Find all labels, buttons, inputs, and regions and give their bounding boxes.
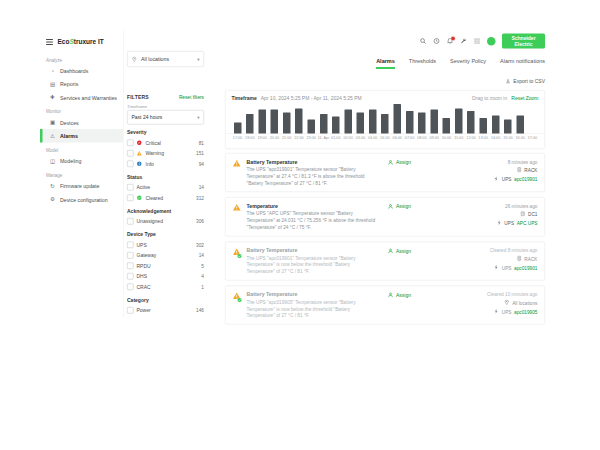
checkbox[interactable]: [127, 273, 134, 280]
chart-tick-label: 11:00: [453, 135, 465, 140]
filter-option-critical[interactable]: Critical81: [127, 138, 204, 149]
chart-tick-label: 02:00: [342, 135, 354, 140]
dashboards-icon: ◔: [49, 68, 56, 74]
sidebar-item-modeling[interactable]: ◫Modeling: [40, 154, 123, 168]
tab-severity-policy[interactable]: Severity Policy: [450, 58, 486, 70]
assign-button[interactable]: Assign: [388, 247, 458, 275]
chart-bar-slot: [477, 103, 489, 134]
chart-tick-label: 15:00: [502, 135, 514, 140]
export-to-csv-button[interactable]: Export to CSV: [505, 78, 545, 84]
chart-tick-label: 16:00: [514, 135, 526, 140]
user-avatar[interactable]: [487, 37, 496, 46]
apps-grid-icon[interactable]: [474, 38, 481, 45]
device-configuration-icon: ⚙: [49, 196, 56, 203]
chart-bar: [369, 110, 377, 134]
assign-button[interactable]: Assign: [388, 159, 458, 187]
notification-badge: [451, 36, 456, 41]
checkbox[interactable]: [127, 184, 134, 191]
chart-tick-label: 13:00: [477, 135, 489, 140]
chart-bar-slot: [526, 103, 538, 134]
checkbox[interactable]: [127, 218, 134, 225]
search-icon[interactable]: [420, 38, 427, 45]
chart-tick-label: 20:00: [268, 135, 280, 140]
alarm-histogram[interactable]: [226, 103, 545, 135]
checkbox[interactable]: [127, 263, 134, 270]
checkbox[interactable]: [127, 195, 134, 202]
checkbox[interactable]: [127, 252, 134, 259]
alarm-summary: Battery TemperatureThe UPS "apc019901" T…: [233, 159, 383, 187]
tab-alarms[interactable]: Alarms: [376, 58, 395, 70]
info-icon: [137, 161, 143, 167]
filter-option-label: Active: [137, 185, 196, 191]
checkbox[interactable]: [127, 284, 134, 291]
alarm-device-link[interactable]: apc019901: [514, 265, 538, 271]
filter-option-label: Gateway: [137, 253, 196, 259]
timeframe-select[interactable]: Past 24 hours ▾: [127, 110, 204, 125]
alarm-title: Battery Temperature: [247, 159, 378, 165]
chart-bar-slot: [502, 103, 514, 134]
notifications-bell-icon[interactable]: [447, 38, 454, 45]
filter-option-label: Warning: [146, 151, 194, 157]
alarm-device-link[interactable]: apc019905: [514, 309, 538, 315]
alarm-device-link[interactable]: apc019901: [514, 177, 538, 183]
sidebar-item-reports[interactable]: ▤Reports: [40, 77, 123, 91]
filter-option-count: 94: [199, 161, 204, 167]
alarm-device-type: UPS: [502, 177, 512, 183]
filter-option-crac[interactable]: CRAC1: [127, 282, 204, 293]
app-logo: EcoStruxure IT: [40, 30, 123, 53]
alarm-text: Battery TemperatureThe UPS "apc019905" T…: [247, 291, 378, 319]
chart-tick-label: 22:00: [293, 135, 305, 140]
filter-option-info[interactable]: Info94: [127, 159, 204, 170]
filter-option-gateway[interactable]: Gateway14: [127, 250, 204, 261]
menu-hamburger-icon[interactable]: [46, 39, 53, 45]
location-filter-dropdown[interactable]: All locations ▾: [127, 51, 204, 67]
chart-bar: [381, 114, 389, 134]
alarm-title: Temperature: [247, 203, 378, 209]
filter-option-ups[interactable]: UPS302: [127, 240, 204, 251]
filter-option-count: 14: [199, 253, 204, 259]
alarm-text: TemperatureThe UPS "APC UPS" Temperature…: [247, 203, 378, 231]
reset-filters-link[interactable]: Reset filters: [179, 94, 204, 100]
filter-group-label: Status: [127, 174, 204, 180]
checkbox[interactable]: [127, 307, 134, 314]
chart-tick-label: 14:00: [490, 135, 502, 140]
sidebar-item-services-and-warranties[interactable]: ✚Services and Warranties: [40, 91, 123, 105]
chart-bar: [467, 111, 475, 133]
tools-icon[interactable]: [460, 38, 467, 45]
alarm-device: UPSAPC UPS: [496, 220, 537, 227]
sidebar-item-dashboards[interactable]: ◔Dashboards: [40, 64, 123, 77]
filter-option-dhs[interactable]: DHS4: [127, 271, 204, 282]
sidebar-item-device-configuration[interactable]: ⚙Device configuration: [40, 193, 123, 207]
filter-option-power[interactable]: Power146: [127, 305, 204, 316]
sidebar-item-devices[interactable]: ▣Devices: [40, 116, 123, 130]
tab-alarm-notifications[interactable]: Alarm notifications: [500, 58, 545, 70]
chart-bar: [516, 115, 524, 133]
alarm-location-label: All locations: [512, 300, 537, 306]
checkbox[interactable]: [127, 150, 134, 157]
checkbox[interactable]: [127, 161, 134, 168]
reset-zoom-link[interactable]: Reset Zoom: [511, 95, 538, 101]
sidebar-item-label: Dashboards: [60, 68, 88, 74]
sidebar-item-firmware-update[interactable]: ↻Firmware update: [40, 179, 123, 193]
filter-option-warning[interactable]: Warning151: [127, 148, 204, 159]
filter-option-rpdu[interactable]: RPDU5: [127, 261, 204, 272]
filter-option-cleared[interactable]: Cleared312: [127, 193, 204, 204]
alarm-device-link[interactable]: APC UPS: [517, 221, 538, 227]
assign-button[interactable]: Assign: [388, 291, 458, 319]
chart-bar: [443, 118, 451, 133]
chart-bar: [258, 110, 266, 134]
chart-bar: [394, 104, 402, 133]
sidebar-item-alarms[interactable]: ⚠Alarms: [40, 129, 123, 143]
alarm-meta: Cleared 10 minutes agoAll locationsUPSap…: [463, 291, 538, 319]
sidebar-item-label: Device configuration: [60, 196, 108, 202]
assign-button[interactable]: Assign: [388, 203, 458, 231]
checkbox[interactable]: [127, 242, 134, 249]
chart-tick-label: 05:00: [379, 135, 391, 140]
download-icon: [505, 78, 511, 84]
tab-thresholds[interactable]: Thresholds: [409, 58, 436, 70]
filter-option-active[interactable]: Active14: [127, 182, 204, 193]
checkbox[interactable]: [127, 140, 134, 147]
filter-option-unassigned[interactable]: Unassigned306: [127, 216, 204, 227]
history-icon[interactable]: [433, 38, 440, 45]
timeline-label: Timeframe: [232, 95, 257, 101]
